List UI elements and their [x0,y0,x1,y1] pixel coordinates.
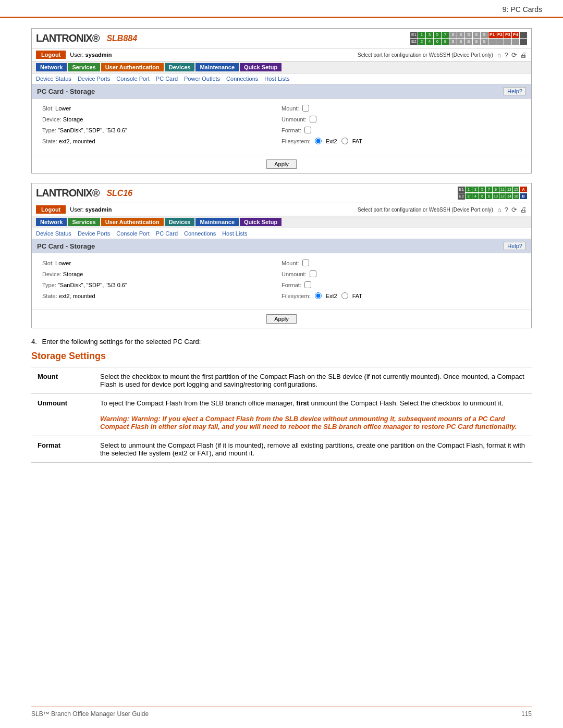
help-button-slb884[interactable]: Help? [504,87,526,95]
p8-slc16[interactable]: 8 [486,193,492,199]
port-p1[interactable]: P1 [488,32,496,38]
port-5[interactable]: 5 [434,32,441,38]
home-icon[interactable]: ⌂ [497,51,501,59]
port-pb3 [504,39,511,45]
type-row-slc16: Type: "SanDisk", "SDP", "5/3 0.6" Format… [42,281,521,288]
p1-slc16[interactable]: 1 [466,187,472,192]
nav-userauth-slb884[interactable]: User Authentication [101,63,164,71]
help-button-slc16[interactable]: Help? [504,242,526,250]
port-e2: E2 [410,39,418,45]
form-area-slb884: Slot: Lower Mount: Device: Storage Unmou… [32,98,531,155]
format-checkbox-slc16[interactable] [304,281,311,288]
refresh-icon-slc16[interactable]: ⟳ [511,206,517,214]
p6-slc16[interactable]: 6 [479,193,485,199]
port-p4[interactable]: P4 [512,32,519,38]
filesystem-fat-radio-slb884[interactable] [341,138,348,144]
nav-services-slc16[interactable]: Services [68,218,100,226]
print-icon-slc16[interactable]: 🖨 [520,206,527,214]
state-left-slc16: State: ext2, mounted [42,293,282,299]
mount-checkbox-slc16[interactable] [302,260,309,266]
port-3[interactable]: 3 [426,32,433,38]
p10-slc16[interactable]: 10 [493,193,499,199]
port-end1 [520,32,527,38]
device-row-slc16: Device: Storage Unmount: [42,270,521,277]
subnav-device-status-slb884[interactable]: Device Status [36,76,71,82]
nav-userauth-slc16[interactable]: User Authentication [101,218,164,226]
home-icon-slc16[interactable]: ⌂ [497,206,501,214]
p16-slc16[interactable]: 16 [513,193,519,199]
p7-slc16[interactable]: 7 [486,187,492,192]
port-1[interactable]: 1 [418,32,425,38]
nav-devices-slc16[interactable]: Devices [165,218,195,226]
filesystem-ext2-radio-slc16[interactable] [315,292,322,299]
nav-network-slc16[interactable]: Network [36,218,67,226]
panel-top-slb884: LANTRONIX® SLB884 E1 1 3 5 7 S S S S [32,29,531,48]
nav-devices-slb884[interactable]: Devices [165,63,195,71]
unmount-checkbox-slc16[interactable] [310,270,316,277]
port-6[interactable]: 6 [434,39,441,45]
nav-quicksetup-slb884[interactable]: Quick Setup [240,63,282,71]
p3-slc16[interactable]: 3 [472,187,479,192]
p15-slc16[interactable]: 15 [513,187,519,192]
subnav-pc-card-slc16[interactable]: PC Card [156,230,178,237]
apply-button-slb884[interactable]: Apply [266,159,297,169]
help-icon-slc16[interactable]: ? [505,206,508,214]
apply-button-slc16[interactable]: Apply [266,314,297,324]
subnav-device-status-slc16[interactable]: Device Status [36,230,71,237]
nav-network-slb884[interactable]: Network [36,63,67,71]
p12-slc16[interactable]: 12 [499,193,506,199]
subnav-connections-slb884[interactable]: Connections [226,76,258,82]
unmount-checkbox-slb884[interactable] [310,116,316,122]
device-value-slc16: Storage [63,271,83,277]
filesystem-fat-label-slb884: FAT [352,138,362,144]
nav-quicksetup-slc16[interactable]: Quick Setup [240,218,282,226]
port-s8: S [465,39,472,45]
nav-maintenance-slb884[interactable]: Maintenance [195,63,239,71]
filesystem-fat-radio-slc16[interactable] [341,292,348,299]
p9-slc16[interactable]: 9 [493,187,499,192]
help-icon[interactable]: ? [505,51,508,59]
type-value-slb884: "SanDisk", "SDP", "5/3 0.6" [58,127,127,133]
nav-maintenance-slc16[interactable]: Maintenance [195,218,239,226]
p11-slc16[interactable]: 11 [499,187,506,192]
port-p3[interactable]: P3 [504,32,511,38]
subnav-device-ports-slc16[interactable]: Device Ports [78,230,110,237]
logout-button-slc16[interactable]: Logout [36,205,66,214]
mount-row-slc16: Mount: [282,260,521,266]
subnav-console-port-slb884[interactable]: Console Port [116,76,150,82]
p14-slc16[interactable]: 14 [506,193,512,199]
subnav-console-port-slc16[interactable]: Console Port [116,230,150,237]
subnav-device-ports-slb884[interactable]: Device Ports [78,76,110,82]
format-checkbox-slb884[interactable] [304,127,311,133]
subnav-connections-slc16[interactable]: Connections [184,230,216,237]
filesystem-options-slb884: Filesystem: Ext2 FAT [282,138,362,144]
nav-services-slb884[interactable]: Services [68,63,100,71]
p13-slc16[interactable]: 13 [506,187,512,192]
right-top-slb884: Select port for configuration or WebSSH … [358,51,527,59]
p4-slc16[interactable]: 4 [472,193,479,199]
subnav-host-lists-slb884[interactable]: Host Lists [264,76,289,82]
port-2[interactable]: 2 [418,39,425,45]
type-left-slc16: Type: "SanDisk", "SDP", "5/3 0.6" [42,282,282,288]
mount-checkbox-slb884[interactable] [302,105,309,112]
unmount-label-slb884: Unmount: [282,116,307,122]
port-4[interactable]: 4 [426,39,433,45]
subnav-host-lists-slc16[interactable]: Host Lists [222,230,247,237]
refresh-icon[interactable]: ⟳ [511,51,517,59]
p2-slc16[interactable]: 2 [466,193,472,199]
port-p2[interactable]: P2 [496,32,504,38]
print-icon[interactable]: 🖨 [520,51,527,59]
subnav-power-outlets-slb884[interactable]: Power Outlets [184,76,220,82]
unmount-row-slb884: Unmount: [282,116,521,122]
panel-title-slb884: PC Card - Storage [37,88,95,95]
filesystem-ext2-radio-slb884[interactable] [315,138,322,144]
subnav-pc-card-slb884[interactable]: PC Card [156,76,178,82]
p5-slc16[interactable]: 5 [479,187,485,192]
pa-slc16: A [520,187,527,192]
format-definition: Select to unmount the Compact Flash (if … [94,436,532,463]
port-8[interactable]: 8 [442,39,449,45]
port-7[interactable]: 7 [442,32,449,38]
unmount-row-slc16: Unmount: [282,270,521,277]
logout-button-slb884[interactable]: Logout [36,51,66,59]
nav-bar-slb884: Network Services User Authentication Dev… [32,61,531,73]
